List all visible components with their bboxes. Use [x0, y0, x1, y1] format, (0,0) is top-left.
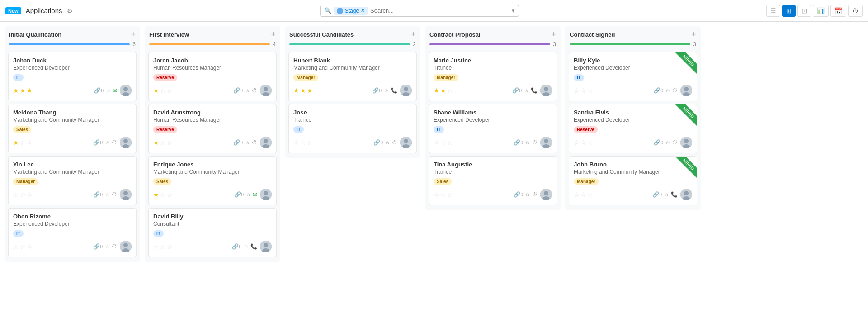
card[interactable]: Marie Justine Trainee Manager ★★☆ 🔗0⊙📞: [429, 52, 557, 101]
phone-icon[interactable]: 📞: [531, 87, 538, 94]
dot-icon[interactable]: ⊙: [665, 192, 668, 197]
card-actions: 🔗0⊙📞: [652, 189, 692, 200]
card[interactable]: Ohen Rizome Experienced Developer IT ☆☆☆…: [8, 208, 137, 257]
calendar-view-btn[interactable]: 📅: [830, 5, 846, 17]
clock-icon[interactable]: ⏱: [112, 243, 117, 250]
col-add-btn[interactable]: +: [411, 30, 416, 39]
clip-icon[interactable]: 🔗0: [514, 191, 523, 198]
dot-icon[interactable]: ⊙: [666, 88, 670, 93]
card-role: Marketing and Community Manager: [153, 169, 272, 175]
topbar: New Applications ⚙ 🔍 Stage ✕ ▾ ☰ ⊞ ⊡ 📊 📅…: [0, 0, 868, 22]
card[interactable]: David Armstrong Human Resources Manager …: [148, 104, 277, 153]
clip-icon[interactable]: 🔗0: [93, 191, 103, 198]
card[interactable]: Tina Augustie Trainee Sales ☆☆☆ 🔗0⊙⏱: [429, 156, 557, 205]
phone-icon[interactable]: 📞: [671, 191, 678, 198]
kanban-view-btn[interactable]: ⊞: [782, 5, 796, 17]
dot-icon[interactable]: ⊙: [384, 88, 388, 93]
dot-icon[interactable]: ⊙: [245, 88, 249, 93]
dot-icon[interactable]: ⊙: [106, 88, 110, 93]
col-add-btn[interactable]: +: [271, 30, 276, 39]
card-name: David Billy: [153, 213, 272, 220]
card[interactable]: Hubert Blank Marketing and Community Man…: [288, 52, 417, 101]
clip-icon[interactable]: 🔗0: [93, 243, 103, 250]
mail-icon[interactable]: ✉: [113, 87, 117, 94]
dot-icon[interactable]: ⊙: [526, 192, 529, 197]
card-role: Experienced Developer: [13, 221, 132, 227]
dot-icon[interactable]: ⊙: [666, 140, 670, 145]
card[interactable]: David Billy Consultant IT ☆☆☆ 🔗0⊙📞: [148, 208, 277, 257]
card[interactable]: HIRED John Bruno Marketing and Community…: [569, 156, 697, 205]
stage-filter-icon: [337, 8, 343, 14]
dot-icon[interactable]: ⊙: [105, 192, 109, 197]
mail-icon[interactable]: ✉: [253, 191, 257, 198]
svg-point-4: [123, 139, 128, 143]
dot-icon[interactable]: ⊙: [105, 244, 109, 249]
col-add-btn[interactable]: +: [551, 30, 556, 39]
dot-icon[interactable]: ⊙: [524, 88, 528, 93]
dot-icon[interactable]: ⊙: [386, 140, 389, 145]
clip-icon[interactable]: 🔗0: [373, 139, 383, 146]
stage-filter[interactable]: Stage ✕: [334, 7, 368, 15]
clip-icon[interactable]: 🔗0: [93, 139, 103, 146]
card[interactable]: Yin Lee Marketing and Community Manager …: [8, 156, 137, 205]
svg-point-25: [404, 87, 408, 91]
star-2: ☆: [307, 139, 313, 146]
clock-icon[interactable]: ⏱: [532, 139, 538, 146]
card-footer: ★☆☆ 🔗0⊙⏱: [153, 85, 272, 96]
clip-icon[interactable]: 🔗0: [512, 87, 522, 94]
clock-icon[interactable]: ⏱: [392, 139, 397, 146]
card[interactable]: HIRED Billy Kyle Experienced Developer I…: [569, 52, 697, 101]
col-add-btn[interactable]: +: [691, 30, 696, 39]
card-name: John Bruno: [574, 161, 692, 168]
clock-icon[interactable]: ⏱: [112, 139, 117, 146]
gear-icon[interactable]: ⚙: [67, 7, 73, 14]
avatar: [540, 189, 552, 200]
settings-view-btn[interactable]: ⏱: [848, 5, 863, 17]
card[interactable]: Jose Trainee IT ☆☆☆ 🔗0⊙⏱: [288, 104, 417, 153]
col-count: 3: [553, 41, 556, 47]
dot-icon[interactable]: ⊙: [246, 192, 250, 197]
clock-icon[interactable]: ⏱: [252, 87, 257, 94]
phone-icon[interactable]: 📞: [391, 87, 397, 94]
dot-icon[interactable]: ⊙: [245, 140, 249, 145]
clock-icon[interactable]: ⏱: [672, 87, 678, 94]
clip-icon[interactable]: 🔗0: [233, 139, 243, 146]
clip-icon[interactable]: 🔗0: [232, 243, 241, 250]
star-2: ☆: [27, 139, 33, 146]
clip-icon[interactable]: 🔗0: [372, 87, 382, 94]
clip-icon[interactable]: 🔗0: [514, 139, 523, 146]
card-footer: ☆☆☆ 🔗0⊙📞: [153, 241, 272, 252]
phone-icon[interactable]: 📞: [250, 243, 257, 250]
col-bar-wrap: 3: [425, 41, 561, 49]
clock-icon[interactable]: ⏱: [532, 191, 538, 198]
clip-icon[interactable]: 🔗0: [652, 191, 662, 198]
card-actions: 🔗0⊙⏱: [654, 137, 692, 148]
card[interactable]: HIRED Sandra Elvis Experienced Developer…: [569, 104, 697, 153]
clip-icon[interactable]: 🔗0: [94, 87, 104, 94]
card-role: Marketing and Community Manager: [293, 65, 412, 71]
card[interactable]: Shane Williams Experienced Developer IT …: [429, 104, 557, 153]
chart-view-btn[interactable]: 📊: [813, 5, 829, 17]
search-input[interactable]: [370, 7, 509, 14]
list-view-btn[interactable]: ☰: [766, 5, 780, 17]
clip-icon[interactable]: 🔗0: [654, 87, 663, 94]
grid-view-btn[interactable]: ⊡: [797, 5, 811, 17]
clock-icon[interactable]: ⏱: [672, 139, 678, 146]
card[interactable]: Meldona Thang Marketing and Community Ma…: [8, 104, 137, 153]
col-add-btn[interactable]: +: [131, 30, 136, 39]
clock-icon[interactable]: ⏱: [112, 191, 117, 198]
column-first-interview: First Interview + 4 Joren Jacob Human Re…: [145, 26, 280, 262]
clip-icon[interactable]: 🔗0: [233, 87, 243, 94]
card[interactable]: Enrique Jones Marketing and Community Ma…: [148, 156, 277, 205]
card-stars: ☆☆☆: [13, 191, 33, 198]
clock-icon[interactable]: ⏱: [252, 139, 257, 146]
dot-icon[interactable]: ⊙: [105, 140, 109, 145]
stage-filter-close[interactable]: ✕: [361, 8, 365, 14]
dot-icon[interactable]: ⊙: [244, 244, 248, 249]
dot-icon[interactable]: ⊙: [526, 140, 529, 145]
card[interactable]: Joren Jacob Human Resources Manager Rese…: [148, 52, 277, 101]
clip-icon[interactable]: 🔗0: [654, 139, 663, 146]
card[interactable]: Johan Duck Experienced Developer IT ★★★ …: [8, 52, 137, 101]
clip-icon[interactable]: 🔗0: [234, 191, 244, 198]
search-dropdown-arrow[interactable]: ▾: [512, 7, 515, 14]
